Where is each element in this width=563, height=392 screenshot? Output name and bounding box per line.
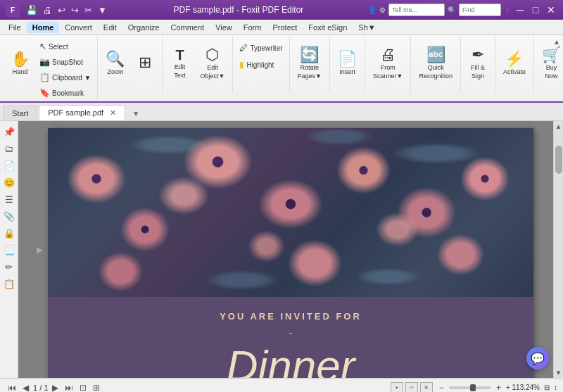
current-page[interactable]: 1 — [33, 384, 37, 392]
doc-content-area: YOU ARE INVITED FOR - Dinner — [48, 297, 533, 378]
insert-button[interactable]: 📄 Insert — [333, 38, 362, 89]
menu-view[interactable]: View — [210, 22, 238, 33]
qat-undo[interactable]: ↩ — [56, 4, 68, 16]
select-icon: ↖ — [39, 42, 46, 51]
activate-button[interactable]: ⚡ Activate — [498, 38, 531, 89]
menu-file[interactable]: File — [3, 22, 27, 33]
clipboard-button[interactable]: 📋 Clipboard ▼ — [36, 70, 94, 84]
from-scanner-label1: From — [381, 64, 396, 71]
maximize-button[interactable]: □ — [529, 4, 542, 16]
chat-assistant-button[interactable]: 💬 — [526, 347, 549, 369]
side-attachments[interactable]: 📎 — [1, 208, 17, 224]
page-separator: / — [39, 384, 42, 392]
scrollbar-thumb[interactable] — [555, 146, 562, 174]
search-icon[interactable]: 🔍 — [448, 6, 456, 14]
first-page-button[interactable]: ⏮ — [6, 382, 18, 393]
qat-print[interactable]: 🖨 — [41, 4, 54, 16]
next-page-button[interactable]: ▶ — [50, 382, 61, 393]
tab-pdf-label: PDF sample.pdf — [48, 108, 103, 117]
edit-object-button[interactable]: ⬡ Edit Object▼ — [195, 38, 229, 89]
side-pages[interactable]: 📄 — [1, 158, 17, 173]
rotate-view-button[interactable]: ↕ — [554, 384, 557, 391]
side-docinfo[interactable]: 📃 — [1, 242, 17, 258]
qat-cut[interactable]: ✂ — [82, 4, 94, 16]
dinner-text: Dinner — [69, 344, 512, 378]
panel-expand-arrow[interactable]: ▶ — [37, 245, 43, 255]
menu-organize[interactable]: Organize — [122, 22, 165, 33]
ribbon-group-activate: ⚡ Activate — [495, 37, 534, 93]
status-left: ⏮ ◀ 1 / 1 ▶ ⏭ ⊡ ⊞ — [6, 382, 102, 393]
more-icon[interactable]: ⋮ — [504, 6, 511, 14]
settings-icon[interactable]: ⚙ — [379, 6, 386, 14]
side-security[interactable]: 🔒 — [1, 225, 17, 241]
double-view-button[interactable]: ▫▫ — [405, 382, 418, 393]
zoom-label: Zoom — [107, 68, 123, 75]
tell-me-input[interactable] — [388, 4, 445, 16]
typewriter-button[interactable]: 🖊 Typewriter — [236, 41, 286, 55]
side-bookmarks[interactable]: 📌 — [1, 124, 17, 139]
tab-start[interactable]: Start — [3, 106, 37, 120]
menu-foxit-esign[interactable]: Foxit eSign — [303, 22, 353, 33]
zoom-in-button[interactable]: + — [494, 382, 503, 393]
last-page-button[interactable]: ⏭ — [63, 382, 75, 393]
document-page: YOU ARE INVITED FOR - Dinner — [48, 128, 533, 378]
single-view-button[interactable]: ▪ — [391, 382, 403, 393]
tab-pdf[interactable]: PDF sample.pdf ✕ — [39, 105, 125, 120]
zoom-button[interactable]: 🔍 Zoom — [101, 38, 129, 89]
scroll-up-button[interactable]: ▲ — [554, 121, 563, 132]
user-icon[interactable]: 👤 — [368, 6, 377, 14]
find-input[interactable] — [459, 4, 501, 16]
side-layers[interactable]: ☰ — [1, 191, 17, 207]
zoom-out-button[interactable]: − — [437, 382, 446, 393]
typewriter-icon: 🖊 — [239, 43, 248, 53]
menu-home[interactable]: Home — [27, 22, 60, 33]
hand-icon: ✋ — [11, 51, 30, 67]
invited-text: YOU ARE INVITED FOR — [69, 311, 512, 322]
fill-sign-button[interactable]: ✒ Fill & Sign — [464, 38, 492, 89]
rotate-pages-button[interactable]: 🔄 Rotate Pages▼ — [293, 38, 327, 89]
from-scanner-button[interactable]: 🖨 From Scanner▼ — [368, 38, 407, 89]
quick-recognition-button[interactable]: 🔤 Quick Recognition — [414, 38, 457, 89]
fit-width-button[interactable]: ⊞ — [91, 382, 102, 393]
edit-text-button[interactable]: T Edit Text — [165, 38, 194, 89]
zoom-thumb[interactable] — [470, 384, 476, 391]
qat-save[interactable]: 💾 — [24, 4, 39, 16]
scroll-down-button[interactable]: ▼ — [554, 367, 563, 378]
zoom-extra-button[interactable]: ⊞ — [131, 38, 159, 89]
insert-icon: 📄 — [338, 51, 357, 67]
highlight-button[interactable]: ▮ Highlight — [236, 58, 286, 72]
qat-dropdown[interactable]: ▼ — [96, 4, 109, 16]
menu-edit[interactable]: Edit — [98, 22, 122, 33]
fit-options-button[interactable]: ⊟ — [544, 384, 550, 391]
zoom-slider[interactable] — [449, 386, 491, 389]
rotate-pages-label2: Pages▼ — [298, 72, 322, 80]
document-area: ▶ YOU ARE INVITED FOR - Dinner ▲ ▼ — [18, 121, 563, 378]
menu-protect[interactable]: Protect — [267, 22, 303, 33]
snapshot-button[interactable]: 📷 SnapShot — [36, 55, 94, 69]
select-stack: ↖ Select 📷 SnapShot 📋 Clipboard ▼ 🔖 Book… — [36, 38, 94, 100]
tab-scroll-down[interactable]: ▼ — [129, 107, 142, 120]
spread-view-button[interactable]: ≡ — [420, 382, 433, 393]
minimize-button[interactable]: ─ — [514, 4, 526, 16]
menu-form[interactable]: Form — [238, 22, 267, 33]
qat-redo[interactable]: ↪ — [69, 4, 81, 16]
select-button[interactable]: ↖ Select — [36, 39, 94, 53]
menu-convert[interactable]: Convert — [59, 22, 98, 33]
side-signatures[interactable]: ✏ — [1, 259, 17, 274]
tab-close-icon[interactable]: ✕ — [110, 108, 116, 117]
clipboard-icon: 📋 — [39, 72, 50, 82]
edit-content: T Edit Text ⬡ Edit Object▼ — [165, 38, 229, 89]
menu-share[interactable]: Sh▼ — [353, 22, 381, 33]
side-comments[interactable]: 😊 — [1, 175, 17, 190]
buy-label1: Buy — [546, 64, 557, 71]
scanner-content: 🖨 From Scanner▼ — [368, 38, 407, 89]
menu-comment[interactable]: Comment — [165, 22, 210, 33]
fit-page-button[interactable]: ⊡ — [77, 382, 89, 393]
side-clipboard[interactable]: 📋 — [1, 276, 17, 291]
prev-page-button[interactable]: ◀ — [20, 382, 31, 393]
close-button[interactable]: ✕ — [545, 4, 557, 16]
ribbon-collapse-button[interactable]: ▲ — [550, 37, 563, 47]
bookmark-button[interactable]: 🔖 Bookmark — [36, 86, 94, 100]
hand-button[interactable]: ✋ Hand — [6, 38, 34, 89]
side-thumbnails[interactable]: 🗂 — [1, 141, 17, 156]
